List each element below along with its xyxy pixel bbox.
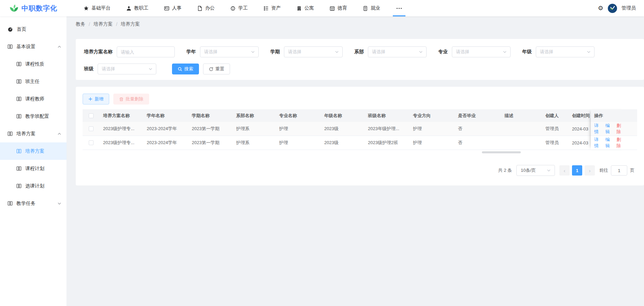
sidebar-item-label: 教学班配置	[25, 113, 49, 120]
nav-item-employment[interactable]: 就业	[355, 0, 388, 16]
sidebar-item-label: 课程性质	[25, 61, 44, 67]
book-icon	[16, 166, 22, 171]
class-select[interactable]: 请选择	[98, 64, 156, 74]
column-header: 培养方案名称	[100, 113, 143, 119]
chevron-down-icon	[503, 51, 506, 53]
batch-delete-button-label: 批量删除	[126, 96, 143, 102]
cell-creator: 管理员	[542, 126, 569, 132]
filter-field-class: 班级 请选择	[84, 64, 156, 74]
sidebar-item-course-selection-plan[interactable]: 选课计划	[0, 177, 67, 195]
field-label: 班级	[84, 66, 94, 72]
id-card-icon	[164, 6, 169, 11]
edit-link[interactable]: 编辑	[605, 123, 614, 135]
detail-link[interactable]: 详情	[594, 123, 603, 135]
table-row[interactable]: 2023级护理专... 2023-2024学年 2023第一学期 护理系 护理 …	[83, 122, 637, 136]
student-icon	[230, 6, 235, 11]
next-page-button[interactable]: ›	[585, 165, 595, 176]
sidebar-item-home[interactable]: 首页	[0, 20, 67, 38]
chevron-down-icon	[419, 51, 423, 53]
column-header: 学期名称	[188, 113, 233, 119]
nav-item-moral-education[interactable]: 德育	[322, 0, 355, 16]
department-select[interactable]: 请选择	[368, 46, 427, 57]
sidebar-item-label: 选课计划	[25, 183, 44, 189]
school-year-select[interactable]: 请选择	[200, 46, 259, 57]
column-header: 班级名称	[364, 113, 410, 119]
plan-name-input[interactable]	[117, 46, 175, 57]
nav-item-more[interactable]	[388, 0, 410, 16]
sidebar-group-basic-settings[interactable]: 基本设置	[0, 38, 67, 55]
chevron-down-icon	[251, 51, 255, 53]
goto-page: 前往 页	[599, 165, 634, 176]
scrollbar-thumb[interactable]	[482, 151, 521, 153]
cell-direction: 护理	[410, 126, 455, 132]
chevron-up-icon	[58, 133, 61, 135]
avatar[interactable]	[608, 4, 617, 13]
filter-panel: 培养方案名称 学年 请选择 学期 请选择	[76, 39, 644, 80]
nav-item-student-affairs[interactable]: 学工	[223, 0, 256, 16]
add-button[interactable]: 新增	[83, 94, 109, 105]
file-icon	[197, 6, 202, 11]
row-checkbox[interactable]	[89, 140, 94, 145]
logo-leaf-icon	[10, 4, 18, 12]
pager: ‹ 1 ›	[559, 165, 595, 176]
table-row[interactable]: 2023级护理专... 2023-2024学年 2023第一学期 护理系 护理 …	[83, 136, 637, 150]
page-number-button[interactable]: 1	[572, 165, 582, 176]
sidebar-item-head-teacher[interactable]: 班主任	[0, 73, 67, 90]
gear-icon[interactable]: ⚙	[598, 5, 603, 11]
reset-button[interactable]: 重置	[203, 64, 230, 74]
sidebar-group-teaching-tasks[interactable]: 教学任务	[0, 195, 67, 212]
search-button-label: 搜索	[184, 66, 193, 72]
sidebar-item-course-teacher[interactable]: 课程教师	[0, 90, 67, 108]
sidebar-item-teaching-class-config[interactable]: 教学班配置	[0, 108, 67, 125]
page-layout: 首页 基本设置 课程性质 班主任 课程教师 教学班配置 培养方案	[0, 16, 644, 306]
nav-item-platform[interactable]: 基础平台	[76, 0, 118, 16]
field-label: 专业	[438, 49, 448, 55]
book-icon	[8, 131, 13, 136]
brand[interactable]: 中职数字化	[0, 0, 68, 16]
book-icon	[16, 114, 22, 119]
cell-major: 护理	[276, 126, 321, 132]
major-select[interactable]: 请选择	[452, 46, 511, 57]
breadcrumb-item[interactable]: 培养方案	[94, 21, 113, 27]
cell-plan-name: 2023级护理专...	[100, 126, 143, 132]
sidebar-group-training-plan[interactable]: 培养方案	[0, 125, 67, 142]
sidebar-item-course-plan[interactable]: 课程计划	[0, 160, 67, 177]
prev-page-button[interactable]: ‹	[559, 165, 570, 176]
nav-item-assets[interactable]: 资产	[256, 0, 289, 16]
nav-label: 就业	[371, 5, 380, 11]
edit-link[interactable]: 编辑	[605, 137, 614, 149]
top-navbar: 中职数字化 基础平台 教职工 人事 办公 学工 资产 公寓	[0, 0, 644, 16]
nav-item-staff[interactable]: 教职工	[118, 0, 156, 16]
nav-label: 基础平台	[91, 5, 111, 11]
batch-delete-button[interactable]: 批量删除	[113, 94, 149, 105]
detail-link[interactable]: 详情	[594, 137, 603, 149]
grade-select[interactable]: 请选择	[536, 46, 595, 57]
nav-item-dormitory[interactable]: 公寓	[289, 0, 322, 16]
sidebar-item-label: 班主任	[25, 79, 40, 85]
column-header: 是否毕业	[455, 113, 501, 119]
nav-item-hr[interactable]: 人事	[156, 0, 189, 16]
select-all-checkbox[interactable]	[89, 113, 94, 118]
sidebar-item-course-nature[interactable]: 课程性质	[0, 55, 67, 73]
delete-link[interactable]: 删除	[616, 123, 625, 135]
sidebar: 首页 基本设置 课程性质 班主任 课程教师 教学班配置 培养方案	[0, 16, 67, 306]
delete-link[interactable]: 删除	[616, 137, 625, 149]
user-icon	[126, 6, 131, 11]
chevron-up-icon	[58, 46, 61, 48]
row-checkbox[interactable]	[89, 126, 94, 131]
breadcrumb-item[interactable]: 教务	[76, 21, 85, 27]
cell-semester: 2023第一学期	[188, 140, 233, 146]
current-user-name[interactable]: 管理员	[621, 5, 636, 11]
page-size-select[interactable]: 10条/页	[516, 165, 555, 176]
sidebar-item-training-plan[interactable]: 培养方案	[0, 142, 67, 160]
search-button[interactable]: 搜索	[172, 64, 199, 74]
breadcrumb: 教务 / 培养方案 / 培养方案	[67, 16, 644, 32]
breadcrumb-separator: /	[89, 22, 90, 27]
sidebar-item-label: 教学任务	[16, 200, 35, 207]
nav-item-office[interactable]: 办公	[189, 0, 223, 16]
main-content: 教务 / 培养方案 / 培养方案 培养方案名称 学年 请选择	[67, 16, 644, 306]
goto-page-input[interactable]	[611, 165, 627, 176]
list-icon	[263, 6, 269, 11]
semester-select[interactable]: 请选择	[284, 46, 343, 57]
cell-major: 护理	[276, 140, 321, 146]
